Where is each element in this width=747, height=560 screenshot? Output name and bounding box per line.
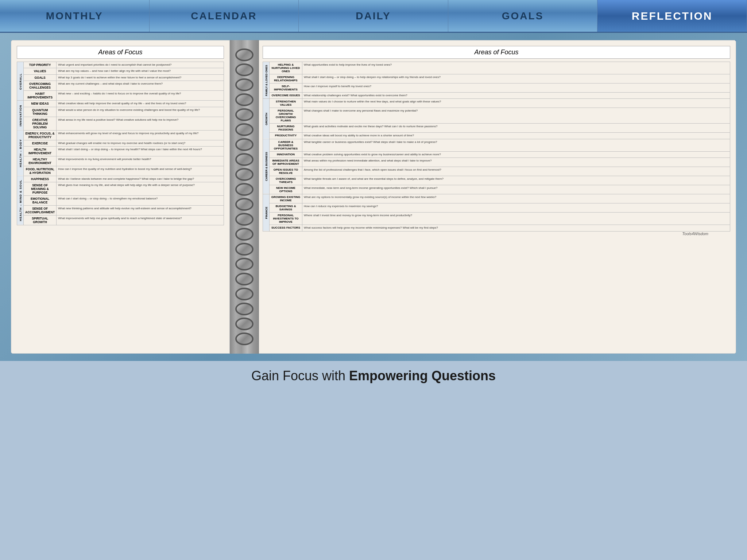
category-finance: FINANCE: [263, 194, 270, 231]
item-open-issues: OPEN ISSUES TO RESOLVE: [270, 167, 302, 176]
table-row: HEALTH – MIND & SOUL HAPPINESS What do I…: [17, 176, 224, 182]
spiral-18: [235, 303, 253, 315]
tab-reflection[interactable]: REFLECTION: [597, 0, 747, 32]
table-row: EXERCISE What gradual changes will enabl…: [17, 140, 224, 146]
item-sense-of-meaning: SENSE OF MEANING & PURPOSE: [24, 182, 57, 196]
spiral-12: [235, 213, 253, 226]
question-exercise: What gradual changes will enable me to i…: [57, 140, 224, 146]
table-row: OVERALL TOP PRIORITY What urgent and imp…: [17, 62, 224, 68]
question-deepening-relationships: What shall I start doing – or stop doing…: [302, 74, 730, 83]
spiral-3: [235, 78, 253, 91]
item-overcome-issues: OVERCOME ISSUES: [270, 93, 302, 99]
table-row: CREATIVE PROBLEM SOLVING What areas in m…: [17, 117, 224, 130]
planner-container: Areas of Focus OVERALL TOP PRIORITY What…: [11, 40, 736, 354]
table-row: CAREER & BUSINESS CAREER & BUSINESS OPPO…: [263, 139, 730, 151]
spiral-1: [235, 48, 253, 61]
question-nurturing-passions: What goals and activities motivate and e…: [302, 124, 730, 133]
item-spiritual-growth: SPIRITUAL GROWTH: [24, 215, 57, 225]
item-strengthen-values: STRENGTHEN VALUES: [270, 99, 302, 108]
question-immediate-areas: What areas within my profession need imm…: [302, 158, 730, 167]
item-new-income-options: NEW INCOME OPTIONS: [270, 185, 302, 194]
table-row: FOOD, NUTRITION, & HYDRATION How can I i…: [17, 166, 224, 176]
question-health-improvement: What shall I start doing – or stop doing…: [57, 146, 224, 156]
table-row: PRODUCTIVITY What creative ideas will bo…: [263, 133, 730, 139]
question-overcoming-threats: What tangible threats am I aware of, and…: [302, 176, 730, 185]
category-health-mind-soul: HEALTH – MIND & SOUL: [17, 176, 24, 225]
item-immediate-areas: IMMEDIATE AREAS OF IMPROVEMENT: [270, 158, 302, 167]
table-row: QUANTUM THINKING What would a wise perso…: [17, 107, 224, 117]
category-career-business: CAREER & BUSINESS: [263, 139, 270, 194]
item-healthy-environment: HEALTHY ENVIRONMENT: [24, 156, 57, 166]
question-values: What are my top values – and how can I b…: [57, 68, 224, 74]
item-quantum-thinking: QUANTUM THINKING: [24, 107, 57, 117]
question-career-business-opportunities: What tangible career or business opportu…: [302, 139, 730, 151]
item-happiness: HAPPINESS: [24, 176, 57, 182]
item-self-improvements: SELF-IMPROVEMENTS: [270, 83, 302, 93]
table-row: FINANCE GROWING EXISTING INCOME What are…: [263, 194, 730, 203]
item-top-priority: TOP PRIORITY: [24, 62, 57, 68]
question-new-income-options: What immediate, near-term and long-term …: [302, 185, 730, 194]
table-row: EMOTIONAL BALANCE What can I start doing…: [17, 196, 224, 206]
item-new-ideas: NEW IDEAS: [24, 101, 57, 107]
question-personal-investments: Where shall I invest time and money to g…: [302, 213, 730, 225]
category-innovation: INNOVATION: [17, 101, 24, 130]
category-growth: GROWTH: [263, 99, 270, 139]
item-personal-investments: PERSONAL INVESTMENTS TO IMPROVE: [270, 213, 302, 225]
question-food-nutrition: How can I improve the quality of my nutr…: [57, 166, 224, 176]
table-row: NEW INCOME OPTIONS What immediate, near-…: [263, 185, 730, 194]
question-healthy-environment: What improvements in my living environme…: [57, 156, 224, 166]
spiral-8: [235, 153, 253, 166]
table-row: GROWTH STRENGTHEN VALUES What main value…: [263, 99, 730, 108]
question-overcome-issues: What relationship challenges exist? What…: [302, 93, 730, 99]
table-row: GOALS What top 3 goals do I want to achi…: [17, 74, 224, 81]
tab-monthly[interactable]: MONTHLY: [0, 0, 150, 32]
table-row: INNOVATION NEW IDEAS What creative ideas…: [17, 101, 224, 107]
table-row: SUCCESS FACTORS What success factors wil…: [263, 225, 730, 231]
item-creative-problem-solving: CREATIVE PROBLEM SOLVING: [24, 117, 57, 130]
spiral-16: [235, 273, 253, 285]
left-page: Areas of Focus OVERALL TOP PRIORITY What…: [11, 40, 230, 354]
right-page-title: Areas of Focus: [263, 46, 730, 59]
table-row: SPIRITUAL GROWTH What improvements will …: [17, 215, 224, 225]
question-emotional-balance: What can I start doing – or stop doing –…: [57, 196, 224, 206]
category-overall: OVERALL: [17, 62, 24, 101]
table-row: BUDGETING & SAVINGS How can I reduce my …: [263, 203, 730, 213]
item-innovation-career: INNOVATION: [270, 151, 302, 158]
spiral-7: [235, 138, 253, 151]
table-row: INNOVATION What creative problem solving…: [263, 151, 730, 158]
left-page-title: Areas of Focus: [17, 46, 224, 59]
spiral-9: [235, 168, 253, 181]
table-row: HEALTHY ENVIRONMENT What improvements in…: [17, 156, 224, 166]
question-innovation-career: What creative problem solving opportunit…: [302, 151, 730, 158]
table-row: PERSONAL INVESTMENTS TO IMPROVE Where sh…: [263, 213, 730, 225]
table-row: DEEPENING RELATIONSHIPS What shall I sta…: [263, 74, 730, 83]
question-spiritual-growth: What improvements will help me grow spir…: [57, 215, 224, 225]
table-row: PERSONAL GROWTH/ OVERCOMING FLAWS What c…: [263, 108, 730, 124]
tab-calendar[interactable]: CALENDAR: [150, 0, 299, 32]
table-row: OVERCOMING CHALLENGES What are my curren…: [17, 81, 224, 91]
question-open-issues: Among the list of professional challenge…: [302, 167, 730, 176]
table-row: FAMILY & LOVED ONES HELPING & NURTURING …: [263, 62, 730, 74]
table-row: IMMEDIATE AREAS OF IMPROVEMENT What area…: [263, 158, 730, 167]
item-success-factors: SUCCESS FACTORS: [270, 225, 302, 231]
spiral-5: [235, 108, 253, 121]
tab-goals[interactable]: GOALS: [448, 0, 598, 32]
question-self-improvements: How can I improve myself to benefit my l…: [302, 83, 730, 93]
table-row: SELF-IMPROVEMENTS How can I improve myse…: [263, 83, 730, 93]
table-row: HABIT IMPROVEMENTS What new – and exciti…: [17, 91, 224, 101]
table-row: SENSE OF ACCOMPLISHMENT What new thinkin…: [17, 206, 224, 215]
item-deepening-relationships: DEEPENING RELATIONSHIPS: [270, 74, 302, 83]
item-personal-growth: PERSONAL GROWTH/ OVERCOMING FLAWS: [270, 108, 302, 124]
spiral-2: [235, 63, 253, 76]
question-sense-of-meaning: What gives true meaning to my life, and …: [57, 182, 224, 196]
category-family: FAMILY & LOVED ONES: [263, 62, 270, 99]
spiral-4: [235, 93, 253, 106]
question-top-priority: What urgent and important priorities do …: [57, 62, 224, 68]
question-budgeting-savings: How can I reduce my expenses to maximize…: [302, 203, 730, 213]
left-focus-table: OVERALL TOP PRIORITY What urgent and imp…: [17, 62, 224, 225]
tab-daily[interactable]: DAILY: [299, 0, 448, 32]
question-helping-nurturing: What opportunities exist to help improve…: [302, 62, 730, 74]
item-values: VALUES: [24, 68, 57, 74]
question-happiness: What do I believe stands between me and …: [57, 176, 224, 182]
question-goals: What top 3 goals do I want to achieve wi…: [57, 74, 224, 81]
